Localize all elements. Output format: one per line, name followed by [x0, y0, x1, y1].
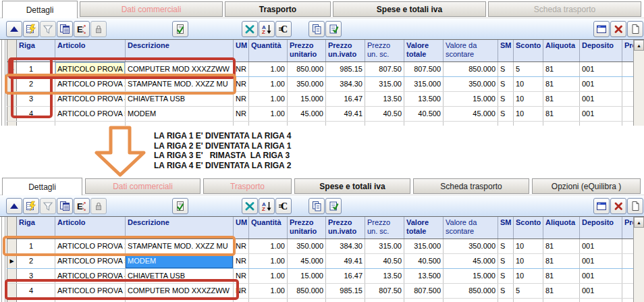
- cell-valore_da_scontare[interactable]: 350.000: [444, 76, 498, 91]
- sort-az-button[interactable]: AZ: [259, 21, 275, 37]
- cell-prezzo_un_sc[interactable]: 315.00: [365, 238, 404, 253]
- window-button[interactable]: [593, 198, 610, 214]
- row-selector[interactable]: ▶: [7, 253, 17, 268]
- cell-prezzo_un_sc[interactable]: 13.50: [365, 268, 404, 283]
- cell-descrizione[interactable]: STAMPANTE MOD. XXZZ MU: [126, 238, 234, 253]
- cell-valore_da_scontare[interactable]: 850.000: [444, 61, 498, 76]
- cell-prezzo_un_sc[interactable]: 807.50: [365, 283, 404, 298]
- tab-opzioni-equilibra[interactable]: Opzioni (eQuilibra ): [532, 178, 641, 194]
- vertical-scrollbar[interactable]: ▲: [633, 217, 644, 302]
- tab-dati-commerciali[interactable]: Dati commerciali: [80, 1, 223, 17]
- column-header-valore_totale[interactable]: Valore totale: [404, 217, 444, 238]
- cell-sm[interactable]: S: [498, 61, 514, 76]
- euro-button[interactable]: C: [275, 198, 292, 214]
- tab-trasporto[interactable]: Trasporto: [225, 1, 331, 17]
- cell-articolo[interactable]: ARTICOLO PROVA 5: [55, 253, 126, 268]
- cell-riga[interactable]: 4: [17, 106, 55, 121]
- cell-valore_totale[interactable]: 13.500: [404, 91, 444, 106]
- cell-prezzo_unitario[interactable]: 350.000: [288, 76, 326, 91]
- cell-riga[interactable]: 1: [17, 238, 55, 253]
- cell-valore_totale[interactable]: 40.500: [404, 253, 444, 268]
- tab-scheda-trasporto[interactable]: Scheda trasporto: [488, 1, 641, 17]
- table-row[interactable]: 4ARTICOLO PROVA 1COMPUTER MOD XXXZZWWNR1…: [7, 283, 634, 298]
- cell-valore_da_scontare[interactable]: 850.000: [444, 283, 498, 298]
- notes-button[interactable]: [57, 21, 73, 37]
- table-row[interactable]: ▶2ARTICOLO PROVA 5MODEMNR1.0045.00049.41…: [7, 253, 634, 268]
- tab-scheda-trasporto[interactable]: Scheda trasporto: [413, 178, 529, 194]
- cell-aliquota[interactable]: 81: [543, 283, 580, 298]
- cell-um[interactable]: NR: [234, 283, 249, 298]
- cell-articolo[interactable]: ARTICOLO PROVA 1: [55, 283, 126, 298]
- cell-descrizione[interactable]: MODEM: [126, 253, 234, 268]
- cell-sconto[interactable]: 10: [514, 91, 543, 106]
- cell-prov[interactable]: [622, 61, 634, 76]
- cell-sm[interactable]: S: [498, 268, 514, 283]
- cell-prezzo_un_sc[interactable]: 40.50: [365, 106, 404, 121]
- column-header-riga[interactable]: Riga: [17, 217, 55, 238]
- newdoc-button[interactable]: [627, 21, 643, 37]
- cell-deposito[interactable]: 001: [580, 283, 622, 298]
- cell-descrizione[interactable]: CHIAVETTA USB: [126, 268, 234, 283]
- cell-prezzo_un_sc[interactable]: 13.50: [365, 91, 404, 106]
- cell-prezzo_unitario[interactable]: 850.000: [288, 61, 326, 76]
- cell-prov[interactable]: [622, 268, 634, 283]
- cell-quantita[interactable]: 1.00: [249, 238, 288, 253]
- column-header-quantita[interactable]: Quantità: [249, 40, 288, 61]
- cell-descrizione[interactable]: STAMPANTE MOD. XXZZ MU: [126, 76, 234, 91]
- column-header-articolo[interactable]: Articolo: [55, 40, 126, 61]
- cell-riga[interactable]: 1: [17, 61, 55, 76]
- cell-valore_da_scontare[interactable]: 350.000: [444, 238, 498, 253]
- collapse-up-button[interactable]: [6, 21, 22, 37]
- cell-prezzo_un_sc[interactable]: 807.50: [365, 61, 404, 76]
- cell-prov[interactable]: [622, 238, 634, 253]
- cell-aliquota[interactable]: 81: [543, 106, 580, 121]
- excel-button[interactable]: [242, 198, 258, 214]
- cell-prov[interactable]: [622, 253, 634, 268]
- cell-articolo[interactable]: ARTICOLO PROVA 5: [55, 106, 126, 121]
- cell-descrizione[interactable]: CHIAVETTA USB: [126, 91, 234, 106]
- column-header-sm[interactable]: SM: [498, 217, 514, 238]
- paste-button[interactable]: [325, 21, 342, 37]
- cell-descrizione[interactable]: COMPUTER MOD XXXZZWW: [126, 283, 234, 298]
- table-row[interactable]: 1ARTICOLO PROVA 2STAMPANTE MOD. XXZZ MUN…: [7, 238, 634, 253]
- column-header-prezzo_un_ivato[interactable]: Prezzo un.ivato: [326, 40, 365, 61]
- cell-prezzo_unitario[interactable]: 850.000: [288, 283, 326, 298]
- excel-button[interactable]: [242, 21, 258, 37]
- cell-valore_da_scontare[interactable]: 15.000: [444, 268, 498, 283]
- cell-prezzo_unitario[interactable]: 15.000: [288, 91, 326, 106]
- cell-prezzo_un_sc[interactable]: 40.50: [365, 253, 404, 268]
- cell-prezzo_un_ivato[interactable]: 49.41: [326, 253, 365, 268]
- cell-prezzo_unitario[interactable]: 45.000: [288, 106, 326, 121]
- row-selector[interactable]: [7, 106, 17, 121]
- cell-um[interactable]: NR: [234, 268, 249, 283]
- confirm-button[interactable]: [172, 198, 188, 214]
- cell-prezzo_unitario[interactable]: 350.000: [288, 238, 326, 253]
- cell-prezzo_un_ivato[interactable]: 985.15: [326, 283, 365, 298]
- cell-sm[interactable]: S: [498, 76, 514, 91]
- cell-sconto[interactable]: 10: [514, 268, 543, 283]
- cell-riga[interactable]: 3: [17, 91, 55, 106]
- row-selector[interactable]: [7, 91, 17, 106]
- cell-prezzo_un_ivato[interactable]: 384.30: [326, 76, 365, 91]
- delete-button[interactable]: [610, 21, 626, 37]
- cell-sconto[interactable]: 5: [514, 283, 543, 298]
- cell-articolo[interactable]: ARTICOLO PROVA 1: [55, 61, 126, 76]
- cell-sm[interactable]: S: [498, 91, 514, 106]
- edit-rows-button[interactable]: [23, 198, 39, 214]
- cell-deposito[interactable]: 001: [580, 106, 622, 121]
- cell-prezzo_un_ivato[interactable]: 985.15: [326, 61, 365, 76]
- cell-sconto[interactable]: 10: [514, 76, 543, 91]
- tab-spese-e-totali-iva[interactable]: Spese e totali iva: [333, 1, 486, 17]
- cell-valore_totale[interactable]: 807.500: [404, 283, 444, 298]
- column-header-sm[interactable]: SM: [498, 40, 514, 61]
- column-header-riga[interactable]: Riga: [17, 40, 55, 61]
- column-header-aliquota[interactable]: Aliquota: [543, 217, 580, 238]
- table-row[interactable]: 4ARTICOLO PROVA 5MODEMNR1.0045.00049.414…: [7, 106, 634, 121]
- column-header-valore_da_scontare[interactable]: Valore da scontare: [444, 217, 498, 238]
- cell-valore_totale[interactable]: 315.000: [404, 76, 444, 91]
- cell-riga[interactable]: 2: [17, 253, 55, 268]
- cell-quantita[interactable]: 1.00: [249, 106, 288, 121]
- copy-button[interactable]: [308, 198, 325, 214]
- tab-dettagli[interactable]: Dettagli: [2, 1, 78, 18]
- column-header-prov[interactable]: Prov: [622, 40, 634, 61]
